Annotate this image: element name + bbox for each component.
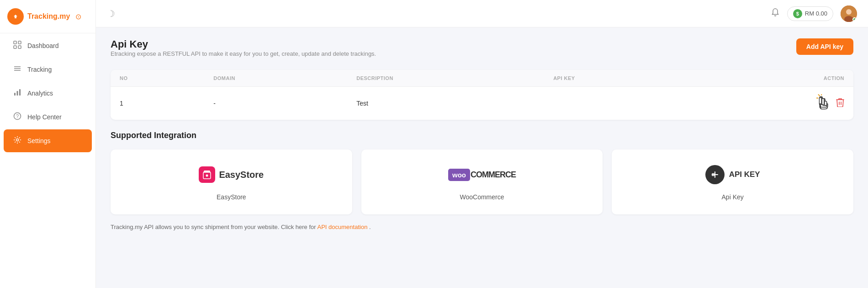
dashboard-icon [13,41,22,51]
bell-icon[interactable] [771,8,780,19]
svg-rect-21 [822,99,824,105]
woocommerce-card[interactable]: woo COMMERCE WooCommerce [361,149,603,214]
commerce-text: COMMERCE [471,170,516,180]
apikey-logo: API KEY [705,163,760,186]
svg-point-13 [16,139,19,141]
svg-line-17 [819,95,820,96]
sidebar-item-dashboard-label: Dashboard [27,42,59,49]
hand-cursor [816,94,831,112]
topbar-left: ☽ [107,8,115,19]
tracking-icon [13,64,22,75]
svg-text:?: ? [16,113,19,119]
col-description: DESCRIPTION [347,70,544,87]
easystore-logo: EasyStore [199,163,264,186]
footer-period: . [369,224,371,230]
row-description: Test [347,87,544,120]
main-area: ☽ $ RM 0.00 [96,0,868,288]
dollar-icon: $ [793,9,802,18]
footer-text: Tracking.my API allows you to sync shipm… [111,224,853,230]
settings-icon [13,136,22,146]
sidebar-item-analytics[interactable]: Analytics [4,82,92,105]
sidebar-item-help-center-label: Help Center [27,113,62,121]
sidebar-item-tracking[interactable]: Tracking [4,58,92,81]
logo-icon [7,8,24,25]
integration-section-title: Supported Integration [111,131,853,140]
delete-icon[interactable] [836,98,844,109]
table-row: 1 - Test [111,87,853,120]
page-subtitle: Etracking expose a RESTFUL API to make i… [111,50,376,57]
svg-rect-1 [14,41,16,44]
topbar: ☽ $ RM 0.00 [96,0,868,27]
logo-text: Tracking.my [27,12,70,21]
woocommerce-name: WooCommerce [460,193,504,201]
sidebar-nav: Dashboard Tracking Analytics [0,33,95,153]
balance-amount: RM 0.00 [805,10,827,17]
balance-badge: $ RM 0.00 [787,6,833,21]
apikey-circle-icon [705,165,725,184]
apikey-name: Api Key [722,193,744,201]
easystore-text: EasyStore [219,170,264,180]
svg-rect-2 [18,41,21,44]
svg-rect-8 [14,93,16,96]
sidebar-item-analytics-label: Analytics [27,90,53,97]
analytics-icon [13,88,22,98]
easystore-card[interactable]: EasyStore EasyStore [111,149,352,214]
svg-point-26 [206,175,208,177]
woocommerce-logo: woo COMMERCE [448,163,516,186]
svg-rect-3 [14,46,16,48]
page-header: Api Key Etracking expose a RESTFUL API t… [111,38,853,66]
main-content: Api Key Etracking expose a RESTFUL API t… [96,27,868,288]
table-body: 1 - Test [111,87,853,120]
row-api-key [544,87,687,120]
easystore-name: EasyStore [217,193,246,201]
col-api-key: API KEY [544,70,687,87]
col-action: ACTION [687,70,853,87]
woo-badge: woo [448,169,470,181]
page-title-area: Api Key Etracking expose a RESTFUL API t… [111,38,376,66]
row-no: 1 [111,87,204,120]
sidebar: Tracking.my ⊙ Dashboard [0,0,96,288]
footer-static-text: Tracking.my API allows you to sync shipm… [111,224,316,230]
add-api-key-button[interactable]: Add API key [796,38,853,55]
easystore-icon [199,166,215,183]
api-key-table: NO DOMAIN DESCRIPTION API KEY ACTION 1 -… [111,70,853,120]
svg-rect-10 [19,89,21,96]
page-title: Api Key [111,38,376,50]
logo-badge: ⊙ [75,12,81,21]
moon-icon: ☽ [107,8,115,19]
apikey-label: API KEY [729,170,760,179]
sidebar-item-tracking-label: Tracking [27,66,52,73]
row-domain: - [204,87,347,120]
sidebar-item-dashboard[interactable]: Dashboard [4,34,92,57]
svg-rect-9 [17,91,18,96]
col-no: NO [111,70,204,87]
sidebar-logo: Tracking.my ⊙ [0,0,95,33]
table-header: NO DOMAIN DESCRIPTION API KEY ACTION [111,70,853,87]
col-domain: DOMAIN [204,70,347,87]
api-key-table-container: NO DOMAIN DESCRIPTION API KEY ACTION 1 -… [111,70,853,120]
svg-rect-4 [18,46,21,48]
avatar-online-dot [852,17,857,21]
api-documentation-link[interactable]: API documentation [318,224,368,230]
help-center-icon: ? [13,112,22,122]
sidebar-item-settings[interactable]: Settings [4,129,92,152]
apikey-card[interactable]: API KEY Api Key [612,149,853,214]
integrations-grid: EasyStore EasyStore woo COMMERCE WooComm… [111,149,853,214]
topbar-right: $ RM 0.00 [771,5,857,22]
svg-point-15 [846,9,852,15]
avatar[interactable] [841,5,857,22]
supported-integration-section: Supported Integration [111,131,853,230]
row-action [687,87,853,120]
sidebar-item-settings-label: Settings [27,137,51,144]
sidebar-item-help-center[interactable]: ? Help Center [4,106,92,128]
